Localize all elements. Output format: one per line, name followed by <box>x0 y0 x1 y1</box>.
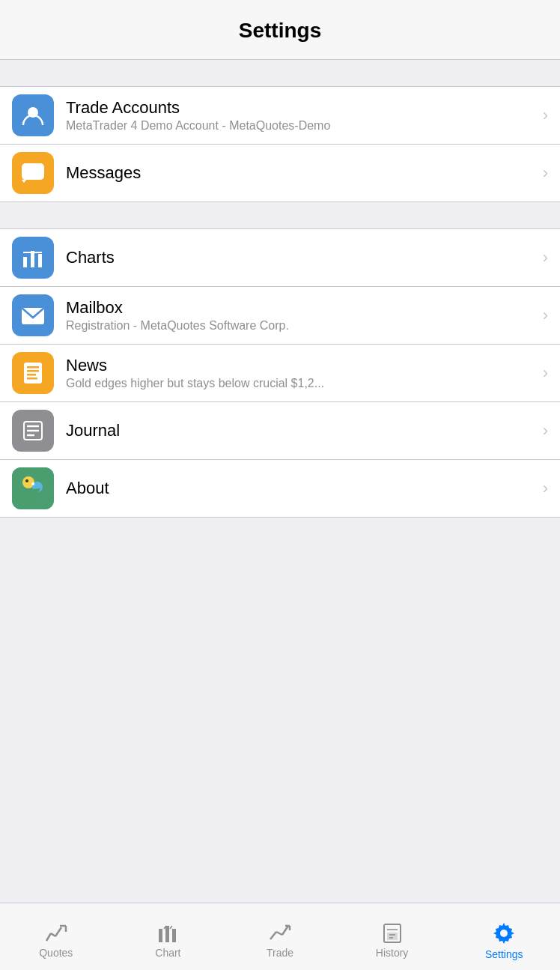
svg-rect-1 <box>22 163 44 180</box>
news-title: News <box>66 356 537 375</box>
header: Settings <box>0 0 560 60</box>
svg-rect-3 <box>31 251 34 267</box>
mailbox-text: Mailbox Registration - MetaQuotes Softwa… <box>66 298 537 333</box>
messages-text: Messages <box>66 163 537 183</box>
charts-title: Charts <box>66 248 537 267</box>
trade-label: Trade <box>267 947 293 959</box>
quotes-label: Quotes <box>39 947 73 959</box>
trade-accounts-chevron: › <box>543 106 548 125</box>
svg-point-20 <box>31 482 34 485</box>
svg-rect-10 <box>27 374 36 376</box>
svg-line-32 <box>276 932 282 935</box>
charts-text: Charts <box>66 248 537 267</box>
settings-tab-icon <box>492 921 516 945</box>
tab-settings[interactable]: Settings <box>448 914 560 960</box>
about-text: About <box>66 479 537 498</box>
news-icon <box>12 352 54 394</box>
svg-rect-9 <box>27 370 39 372</box>
svg-line-23 <box>55 927 61 936</box>
mailbox-chevron: › <box>543 306 548 325</box>
svg-point-19 <box>25 479 28 482</box>
section-features: Charts › Mailbox Registration - MetaQuot… <box>0 228 560 518</box>
history-icon <box>381 923 404 944</box>
journal-item[interactable]: Journal › <box>0 402 560 460</box>
svg-rect-27 <box>165 926 169 942</box>
section-gap-2 <box>0 202 560 228</box>
charts-icon <box>12 237 54 279</box>
journal-title: Journal <box>66 421 537 440</box>
mailbox-subtitle: Registration - MetaQuotes Software Corp. <box>66 319 537 333</box>
svg-rect-26 <box>159 929 162 942</box>
svg-rect-4 <box>38 254 42 267</box>
chart-label: Chart <box>155 947 180 959</box>
journal-text: Journal <box>66 421 537 440</box>
charts-item[interactable]: Charts › <box>0 229 560 287</box>
svg-point-42 <box>500 930 508 937</box>
trade-accounts-item[interactable]: Trade Accounts MetaTrader 4 Demo Account… <box>0 87 560 145</box>
news-chevron: › <box>543 363 548 383</box>
messages-chevron: › <box>543 163 548 183</box>
tab-trade[interactable]: Trade <box>224 915 336 959</box>
trade-icon <box>269 923 291 944</box>
trade-accounts-icon <box>12 94 54 136</box>
mailbox-icon <box>12 294 54 336</box>
svg-line-31 <box>270 932 276 939</box>
tab-bar: Quotes Chart Trade <box>0 903 560 970</box>
section-accounts: Trade Accounts MetaTrader 4 Demo Account… <box>0 86 560 202</box>
svg-rect-8 <box>27 366 39 369</box>
messages-icon <box>12 152 54 194</box>
journal-chevron: › <box>543 421 548 440</box>
svg-rect-11 <box>27 378 37 380</box>
svg-rect-7 <box>24 363 42 384</box>
trade-accounts-subtitle: MetaTrader 4 Demo Account - MetaQuotes-D… <box>66 119 537 133</box>
svg-line-21 <box>46 933 51 941</box>
mailbox-title: Mailbox <box>66 298 537 318</box>
about-item[interactable]: About › <box>0 460 560 517</box>
svg-rect-2 <box>23 257 27 267</box>
trade-accounts-title: Trade Accounts <box>66 98 537 118</box>
history-label: History <box>376 947 409 959</box>
page-title: Settings <box>239 19 321 43</box>
tab-chart[interactable]: Chart <box>112 915 225 959</box>
charts-chevron: › <box>543 248 548 267</box>
svg-line-30 <box>170 926 172 929</box>
journal-icon <box>12 410 54 452</box>
tab-quotes[interactable]: Quotes <box>0 915 112 959</box>
news-item[interactable]: News Gold edges higher but stays below c… <box>0 345 560 402</box>
about-chevron: › <box>543 479 548 498</box>
messages-title: Messages <box>66 163 537 183</box>
tab-history[interactable]: History <box>336 915 448 959</box>
quotes-icon <box>45 923 67 944</box>
news-text: News Gold edges higher but stays below c… <box>66 356 537 390</box>
chart-tab-icon <box>156 923 179 944</box>
main-content: Settings Trade Accounts MetaTrader 4 Dem… <box>0 0 560 903</box>
section-gap-1 <box>0 60 560 86</box>
about-title: About <box>66 479 537 498</box>
svg-line-22 <box>51 933 55 936</box>
news-subtitle: Gold edges higher but stays below crucia… <box>66 377 537 390</box>
about-icon <box>12 467 54 509</box>
svg-rect-28 <box>172 929 176 942</box>
settings-label: Settings <box>485 948 523 960</box>
trade-accounts-text: Trade Accounts MetaTrader 4 Demo Account… <box>66 98 537 133</box>
svg-line-33 <box>282 926 288 935</box>
messages-item[interactable]: Messages › <box>0 145 560 201</box>
mailbox-item[interactable]: Mailbox Registration - MetaQuotes Softwa… <box>0 287 560 345</box>
svg-rect-38 <box>387 933 398 940</box>
